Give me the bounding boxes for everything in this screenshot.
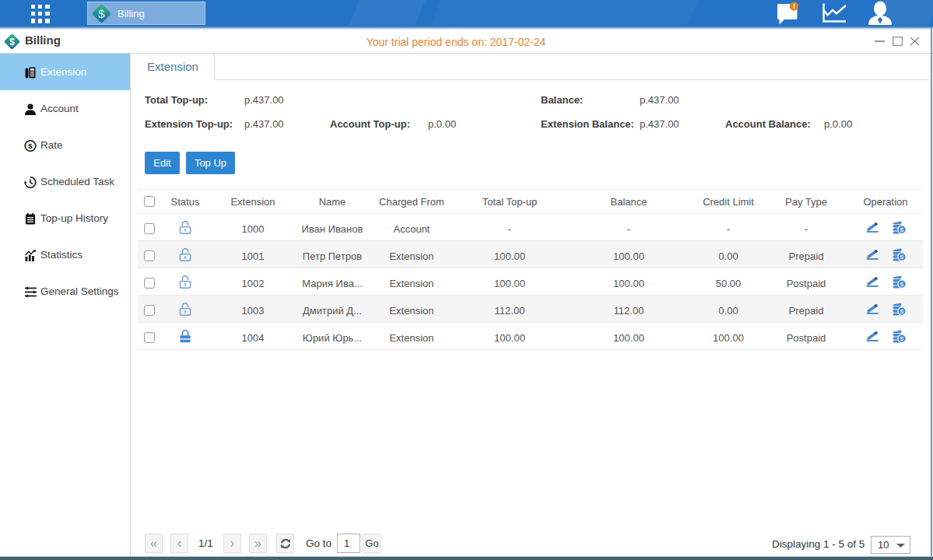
svg-text:$: $ bbox=[98, 7, 105, 20]
svg-text:$: $ bbox=[900, 335, 904, 342]
svg-text:$: $ bbox=[900, 254, 904, 261]
svg-text:$: $ bbox=[900, 308, 904, 315]
svg-text:$: $ bbox=[900, 281, 904, 288]
svg-text:!: ! bbox=[793, 2, 795, 10]
svg-text:$: $ bbox=[28, 142, 33, 150]
svg-text:$: $ bbox=[9, 37, 15, 47]
svg-text:$: $ bbox=[900, 226, 904, 233]
